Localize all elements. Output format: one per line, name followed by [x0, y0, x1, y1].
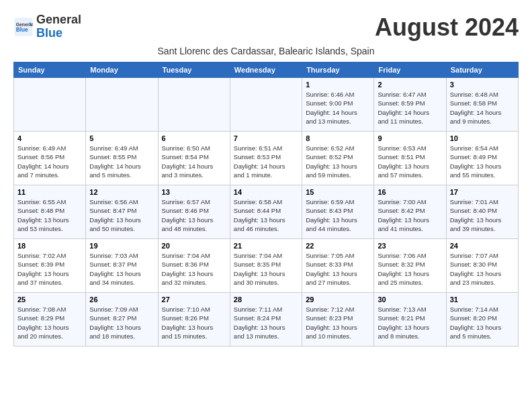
- day-number: 12: [89, 188, 154, 196]
- day-number: 11: [17, 188, 82, 196]
- calendar-cell: 25Sunrise: 7:08 AM Sunset: 8:29 PM Dayli…: [14, 293, 86, 347]
- day-number: 13: [162, 188, 226, 196]
- day-info: Sunrise: 6:46 AM Sunset: 9:00 PM Dayligh…: [306, 90, 370, 126]
- weekday-header-cell: Thursday: [302, 62, 374, 78]
- day-number: 6: [162, 134, 226, 142]
- day-info: Sunrise: 6:47 AM Sunset: 8:59 PM Dayligh…: [378, 90, 442, 126]
- logo-text: General Blue: [36, 13, 81, 40]
- calendar-cell: 13Sunrise: 6:57 AM Sunset: 8:46 PM Dayli…: [158, 185, 230, 239]
- calendar-cell: 17Sunrise: 7:01 AM Sunset: 8:40 PM Dayli…: [446, 185, 518, 239]
- calendar-cell: 5Sunrise: 6:49 AM Sunset: 8:55 PM Daylig…: [86, 132, 158, 185]
- calendar-cell: 24Sunrise: 7:07 AM Sunset: 8:30 PM Dayli…: [446, 239, 518, 293]
- calendar-cell: [14, 78, 86, 132]
- day-info: Sunrise: 7:08 AM Sunset: 8:29 PM Dayligh…: [17, 305, 82, 340]
- day-info: Sunrise: 6:49 AM Sunset: 8:55 PM Dayligh…: [89, 144, 154, 179]
- weekday-header-cell: Wednesday: [230, 62, 302, 78]
- day-number: 20: [162, 242, 226, 250]
- calendar-cell: 10Sunrise: 6:54 AM Sunset: 8:49 PM Dayli…: [446, 132, 518, 185]
- day-number: 8: [306, 134, 370, 142]
- day-info: Sunrise: 6:57 AM Sunset: 8:46 PM Dayligh…: [162, 197, 226, 233]
- calendar-cell: 15Sunrise: 6:59 AM Sunset: 8:43 PM Dayli…: [302, 185, 374, 239]
- calendar-cell: 26Sunrise: 7:09 AM Sunset: 8:27 PM Dayli…: [86, 293, 158, 347]
- day-info: Sunrise: 7:04 AM Sunset: 8:35 PM Dayligh…: [234, 251, 298, 287]
- day-number: 3: [450, 81, 515, 89]
- day-info: Sunrise: 7:04 AM Sunset: 8:36 PM Dayligh…: [162, 251, 226, 287]
- calendar-week-row: 1Sunrise: 6:46 AM Sunset: 9:00 PM Daylig…: [14, 78, 519, 132]
- calendar-cell: 19Sunrise: 7:03 AM Sunset: 8:37 PM Dayli…: [86, 239, 158, 293]
- day-info: Sunrise: 7:00 AM Sunset: 8:42 PM Dayligh…: [378, 197, 442, 233]
- day-info: Sunrise: 7:01 AM Sunset: 8:40 PM Dayligh…: [450, 197, 515, 233]
- day-info: Sunrise: 7:11 AM Sunset: 8:24 PM Dayligh…: [234, 305, 298, 340]
- day-info: Sunrise: 6:51 AM Sunset: 8:53 PM Dayligh…: [234, 144, 298, 179]
- day-number: 24: [450, 242, 515, 250]
- calendar-week-row: 25Sunrise: 7:08 AM Sunset: 8:29 PM Dayli…: [14, 293, 519, 347]
- calendar-cell: 11Sunrise: 6:55 AM Sunset: 8:48 PM Dayli…: [14, 185, 86, 239]
- day-number: 16: [378, 188, 442, 196]
- day-info: Sunrise: 7:05 AM Sunset: 8:33 PM Dayligh…: [306, 251, 370, 287]
- day-number: 14: [234, 188, 298, 196]
- logo-icon: General Blue: [13, 17, 34, 37]
- calendar-week-row: 11Sunrise: 6:55 AM Sunset: 8:48 PM Dayli…: [14, 185, 519, 239]
- calendar-cell: 18Sunrise: 7:02 AM Sunset: 8:39 PM Dayli…: [14, 239, 86, 293]
- day-info: Sunrise: 6:48 AM Sunset: 8:58 PM Dayligh…: [450, 90, 515, 126]
- calendar-cell: 23Sunrise: 7:06 AM Sunset: 8:32 PM Dayli…: [374, 239, 446, 293]
- calendar-cell: 28Sunrise: 7:11 AM Sunset: 8:24 PM Dayli…: [230, 293, 302, 347]
- calendar-cell: 16Sunrise: 7:00 AM Sunset: 8:42 PM Dayli…: [374, 185, 446, 239]
- day-info: Sunrise: 6:52 AM Sunset: 8:52 PM Dayligh…: [306, 144, 370, 179]
- calendar-cell: 7Sunrise: 6:51 AM Sunset: 8:53 PM Daylig…: [230, 132, 302, 185]
- calendar-cell: 14Sunrise: 6:58 AM Sunset: 8:44 PM Dayli…: [230, 185, 302, 239]
- calendar-cell: 3Sunrise: 6:48 AM Sunset: 8:58 PM Daylig…: [446, 78, 518, 132]
- logo: General Blue General Blue: [13, 13, 81, 40]
- weekday-header-cell: Tuesday: [158, 62, 230, 78]
- calendar-cell: 8Sunrise: 6:52 AM Sunset: 8:52 PM Daylig…: [302, 132, 374, 185]
- day-number: 5: [89, 134, 154, 142]
- day-number: 23: [378, 242, 442, 250]
- calendar-week-row: 18Sunrise: 7:02 AM Sunset: 8:39 PM Dayli…: [14, 239, 519, 293]
- day-info: Sunrise: 7:10 AM Sunset: 8:26 PM Dayligh…: [162, 305, 226, 340]
- calendar-cell: 31Sunrise: 7:14 AM Sunset: 8:20 PM Dayli…: [446, 293, 518, 347]
- calendar-cell: 29Sunrise: 7:12 AM Sunset: 8:23 PM Dayli…: [302, 293, 374, 347]
- day-number: 2: [378, 81, 442, 89]
- day-info: Sunrise: 7:13 AM Sunset: 8:21 PM Dayligh…: [378, 305, 442, 340]
- svg-text:Blue: Blue: [16, 27, 28, 33]
- weekday-header-row: SundayMondayTuesdayWednesdayThursdayFrid…: [14, 62, 519, 78]
- day-info: Sunrise: 6:54 AM Sunset: 8:49 PM Dayligh…: [450, 144, 515, 179]
- day-info: Sunrise: 6:56 AM Sunset: 8:47 PM Dayligh…: [89, 197, 154, 233]
- day-number: 31: [450, 295, 515, 304]
- calendar-cell: [230, 78, 302, 132]
- day-number: 26: [89, 295, 154, 304]
- day-info: Sunrise: 7:12 AM Sunset: 8:23 PM Dayligh…: [306, 305, 370, 340]
- day-number: 17: [450, 188, 515, 196]
- day-number: 27: [162, 295, 226, 304]
- day-number: 15: [306, 188, 370, 196]
- calendar-cell: 30Sunrise: 7:13 AM Sunset: 8:21 PM Dayli…: [374, 293, 446, 347]
- day-number: 28: [234, 295, 298, 304]
- calendar-cell: 20Sunrise: 7:04 AM Sunset: 8:36 PM Dayli…: [158, 239, 230, 293]
- day-info: Sunrise: 7:06 AM Sunset: 8:32 PM Dayligh…: [378, 251, 442, 287]
- calendar-table: SundayMondayTuesdayWednesdayThursdayFrid…: [13, 62, 519, 347]
- day-info: Sunrise: 6:58 AM Sunset: 8:44 PM Dayligh…: [234, 197, 298, 233]
- day-number: 22: [306, 242, 370, 250]
- calendar-cell: [86, 78, 158, 132]
- day-number: 21: [234, 242, 298, 250]
- day-number: 25: [17, 295, 82, 304]
- day-number: 7: [234, 134, 298, 142]
- day-number: 10: [450, 134, 515, 142]
- day-number: 9: [378, 134, 442, 142]
- day-number: 18: [17, 242, 82, 250]
- month-title: August 2024: [375, 13, 519, 42]
- day-number: 30: [378, 295, 442, 304]
- day-number: 1: [306, 81, 370, 89]
- calendar-body: 1Sunrise: 6:46 AM Sunset: 9:00 PM Daylig…: [14, 78, 519, 347]
- weekday-header-cell: Sunday: [14, 62, 86, 78]
- day-info: Sunrise: 7:09 AM Sunset: 8:27 PM Dayligh…: [89, 305, 154, 340]
- day-number: 29: [306, 295, 370, 304]
- day-number: 4: [17, 134, 82, 142]
- day-info: Sunrise: 7:14 AM Sunset: 8:20 PM Dayligh…: [450, 305, 515, 340]
- calendar-week-row: 4Sunrise: 6:49 AM Sunset: 8:56 PM Daylig…: [14, 132, 519, 185]
- day-info: Sunrise: 7:03 AM Sunset: 8:37 PM Dayligh…: [89, 251, 154, 287]
- day-number: 19: [89, 242, 154, 250]
- calendar-cell: 27Sunrise: 7:10 AM Sunset: 8:26 PM Dayli…: [158, 293, 230, 347]
- day-info: Sunrise: 7:07 AM Sunset: 8:30 PM Dayligh…: [450, 251, 515, 287]
- weekday-header-cell: Saturday: [446, 62, 518, 78]
